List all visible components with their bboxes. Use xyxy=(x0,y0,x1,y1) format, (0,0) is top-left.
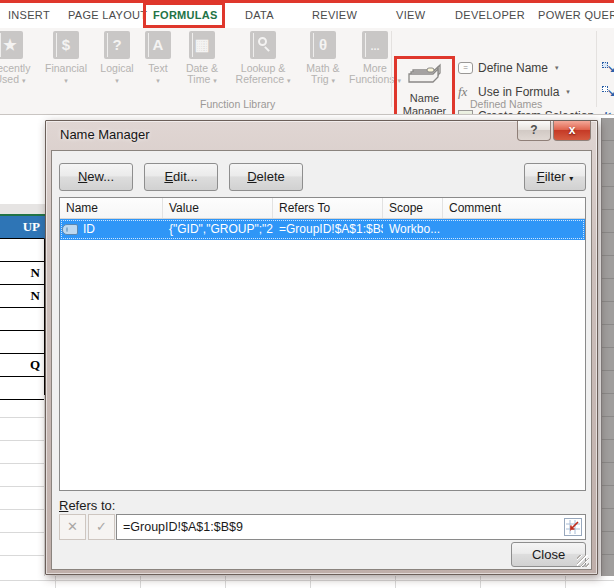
column-header-comment[interactable]: Comment xyxy=(443,198,585,218)
tab-insert[interactable]: INSERT xyxy=(8,3,50,28)
theta-book-icon: θ xyxy=(310,31,336,59)
ribbon: ★ Recently Used ▾ $ Financial▾ ? Logical… xyxy=(0,28,614,115)
name-manager-icon xyxy=(407,59,443,85)
name-tag-icon: = xyxy=(458,62,473,74)
sheet-cell[interactable]: N xyxy=(0,285,45,308)
column-header-refers[interactable]: Refers To xyxy=(273,198,383,218)
tab-formulas[interactable]: FORMULAS xyxy=(153,3,218,28)
help-button[interactable]: ? xyxy=(517,121,551,141)
sheet-cell[interactable]: UP xyxy=(0,216,45,239)
ellipsis-book-icon: ... xyxy=(362,31,388,59)
magnifier-book-icon xyxy=(250,31,276,59)
ribbon-button-more-functions[interactable]: ... More Functions ▾ xyxy=(346,31,404,86)
excel-window: INSERT PAGE LAYOUT FORMULAS DATA REVIEW … xyxy=(0,0,614,588)
sheet-cell[interactable]: N xyxy=(0,262,45,285)
column-header-value[interactable]: Value xyxy=(163,198,273,218)
tab-page-layout[interactable]: PAGE LAYOUT xyxy=(68,3,147,28)
dropdown-arrow-icon: ▾ xyxy=(22,77,26,84)
close-button[interactable]: Close xyxy=(511,542,586,567)
dropdown-arrow-icon: ▾ xyxy=(156,77,160,84)
ribbon-button-date-time[interactable]: ▦ Date & Time ▾ xyxy=(178,31,226,86)
sheet-cell[interactable] xyxy=(0,239,45,262)
name-manager-dialog: Name Manager ? x New... Edit... Delete F… xyxy=(45,120,598,575)
star-book-icon: ★ xyxy=(0,31,23,59)
name-tag-icon xyxy=(62,224,78,235)
resize-grip[interactable] xyxy=(577,555,589,567)
refers-to-input[interactable]: =GroupID!$A$1:$B$9 xyxy=(116,514,586,540)
column-header-name[interactable]: Name xyxy=(60,198,163,218)
filter-button[interactable]: Filter ▾ xyxy=(524,163,586,191)
group-separator xyxy=(391,31,392,107)
column-header[interactable] xyxy=(0,204,45,216)
trace-dependents-icon[interactable]: ↘ xyxy=(602,84,614,98)
close-icon[interactable]: x xyxy=(553,121,591,141)
cancel-entry-button[interactable]: ✕ xyxy=(59,514,86,540)
worksheet-right-column xyxy=(601,118,614,576)
tab-view[interactable]: VIEW xyxy=(396,3,425,28)
dialog-title: Name Manager xyxy=(60,127,150,142)
list-header: Name Value Refers To Scope Comment xyxy=(60,198,585,219)
group-label-function-library: Function Library xyxy=(200,98,275,110)
dropdown-arrow-icon: ▾ xyxy=(213,77,217,84)
coins-book-icon: $ xyxy=(53,31,79,59)
create-selection-icon xyxy=(458,110,473,115)
delete-button[interactable]: Delete xyxy=(229,163,303,191)
dropdown-arrow-icon: ▾ xyxy=(569,174,573,183)
tab-review[interactable]: REVIEW xyxy=(312,3,357,28)
name-manager-button[interactable]: Name Manager xyxy=(397,59,452,115)
group-separator xyxy=(596,31,597,107)
ribbon-button-recently-used[interactable]: ★ Recently Used ▾ xyxy=(0,31,36,86)
dialog-body: New... Edit... Delete Filter ▾ Name Valu… xyxy=(51,150,592,570)
trace-precedents-icon[interactable]: ↘ xyxy=(602,60,614,74)
tab-developer[interactable]: DEVELOPER xyxy=(455,3,525,28)
remove-arrows-icon[interactable]: ↯ xyxy=(602,108,614,115)
question-book-icon: ? xyxy=(104,31,130,59)
names-list[interactable]: Name Value Refers To Scope Comment ID {"… xyxy=(59,197,586,491)
letter-a-book-icon: A xyxy=(145,31,171,59)
worksheet-bottom-strip xyxy=(0,576,614,588)
worksheet-left-column: UP N N Q xyxy=(0,115,46,588)
tab-power-query[interactable]: POWER QUER xyxy=(538,3,614,28)
tab-data[interactable]: DATA xyxy=(245,3,274,28)
table-row[interactable]: ID {"GID","GROUP";"2",... =GroupID!$A$1:… xyxy=(60,219,585,240)
sheet-cell[interactable] xyxy=(0,331,45,354)
sheet-cell[interactable]: Q xyxy=(0,354,45,377)
dropdown-arrow-icon: ▾ xyxy=(555,64,559,72)
group-label-defined-names: Defined Names xyxy=(470,98,542,110)
dropdown-arrow-icon: ▾ xyxy=(287,77,291,84)
refers-to-label: Refers to: xyxy=(59,498,115,513)
new-button[interactable]: New... xyxy=(59,163,133,191)
sheet-gridlines xyxy=(0,395,45,588)
dropdown-arrow-icon: ▾ xyxy=(566,88,570,96)
ribbon-button-math-trig[interactable]: θ Math & Trig ▾ xyxy=(300,31,346,86)
confirm-entry-button[interactable]: ✓ xyxy=(88,514,115,540)
ribbon-button-text[interactable]: A Text▾ xyxy=(140,31,176,86)
dropdown-arrow-icon: ▾ xyxy=(115,77,119,84)
collapse-dialog-icon[interactable] xyxy=(564,518,582,536)
column-header-scope[interactable]: Scope xyxy=(383,198,443,218)
fx-icon: fx xyxy=(458,86,473,98)
define-name-button[interactable]: = Define Name ▾ xyxy=(458,60,559,76)
ribbon-button-logical[interactable]: ? Logical▾ xyxy=(94,31,140,86)
ribbon-button-financial[interactable]: $ Financial▾ xyxy=(40,31,92,86)
dropdown-arrow-icon: ▾ xyxy=(332,77,336,84)
sheet-cell[interactable] xyxy=(0,308,45,331)
ribbon-button-lookup-reference[interactable]: Lookup & Reference ▾ xyxy=(228,31,298,86)
calendar-book-icon: ▦ xyxy=(189,31,215,59)
edit-button[interactable]: Edit... xyxy=(144,163,218,191)
dropdown-arrow-icon: ▾ xyxy=(64,77,68,84)
ribbon-tabstrip: INSERT PAGE LAYOUT FORMULAS DATA REVIEW … xyxy=(0,3,614,28)
